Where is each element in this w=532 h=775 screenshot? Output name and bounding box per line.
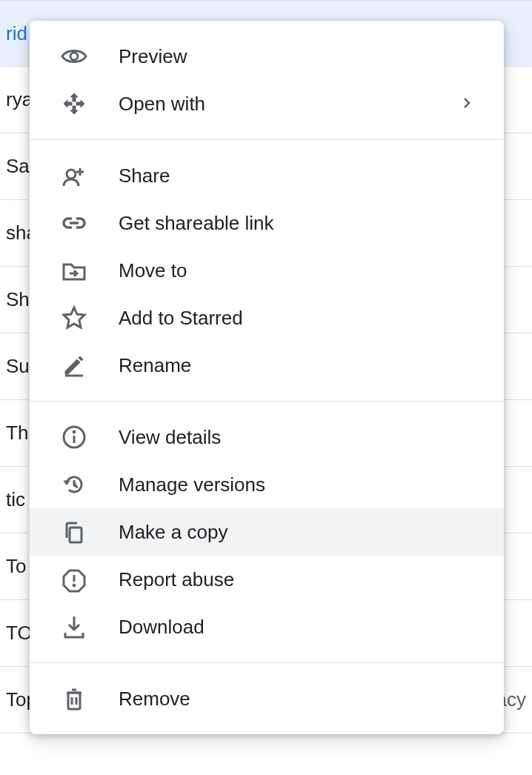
menu-item-label: Manage versions [119, 473, 474, 496]
menu-item-label: Share [119, 164, 474, 187]
moveto-icon [59, 256, 119, 285]
menu-remove[interactable]: Remove [30, 675, 504, 722]
file-name: To [6, 555, 26, 578]
menu-divider [30, 139, 504, 140]
file-name: tic [6, 488, 25, 511]
link-icon [59, 208, 119, 238]
file-name: Sa [6, 155, 30, 178]
menu-item-label: Make a copy [119, 521, 474, 544]
report-icon [59, 565, 119, 594]
menu-open-with[interactable]: Open with [30, 80, 504, 127]
file-name: rid [6, 22, 27, 45]
menu-report-abuse[interactable]: Report abuse [30, 556, 504, 603]
menu-item-label: Rename [119, 354, 474, 377]
file-name: rya [6, 88, 33, 111]
menu-item-label: View details [119, 426, 474, 449]
rename-icon [59, 350, 119, 380]
menu-item-label: Report abuse [119, 568, 474, 591]
menu-preview[interactable]: Preview [30, 33, 504, 80]
file-name: Th [6, 422, 28, 445]
star-icon [59, 303, 119, 333]
context-menu: PreviewOpen withShareGet shareable linkM… [30, 21, 504, 734]
menu-item-label: Open with [119, 93, 459, 116]
menu-divider [30, 662, 504, 663]
remove-icon [59, 684, 119, 714]
menu-manage-versions[interactable]: Manage versions [30, 461, 504, 508]
openwith-icon [59, 89, 119, 119]
preview-icon [59, 41, 119, 71]
menu-rename[interactable]: Rename [30, 342, 504, 389]
menu-move-to[interactable]: Move to [30, 247, 504, 294]
menu-item-label: Move to [119, 259, 474, 282]
share-icon [59, 161, 119, 190]
menu-item-label: Remove [119, 688, 474, 711]
menu-divider [30, 401, 504, 402]
versions-icon [59, 470, 119, 499]
menu-get-link[interactable]: Get shareable link [30, 199, 504, 247]
file-name: TO [6, 622, 33, 645]
menu-view-details[interactable]: View details [30, 413, 504, 461]
download-icon [59, 612, 119, 642]
details-icon [59, 422, 119, 452]
menu-share[interactable]: Share [30, 152, 504, 199]
chevron-right-icon [459, 93, 474, 116]
menu-make-copy[interactable]: Make a copy [30, 508, 504, 556]
menu-download[interactable]: Download [30, 603, 504, 651]
menu-item-label: Get shareable link [119, 212, 474, 235]
menu-item-label: Download [119, 616, 474, 639]
menu-add-starred[interactable]: Add to Starred [30, 294, 504, 342]
file-name: Su [6, 355, 30, 378]
copy-icon [59, 517, 119, 547]
menu-item-label: Preview [119, 45, 474, 68]
menu-item-label: Add to Starred [119, 307, 474, 330]
